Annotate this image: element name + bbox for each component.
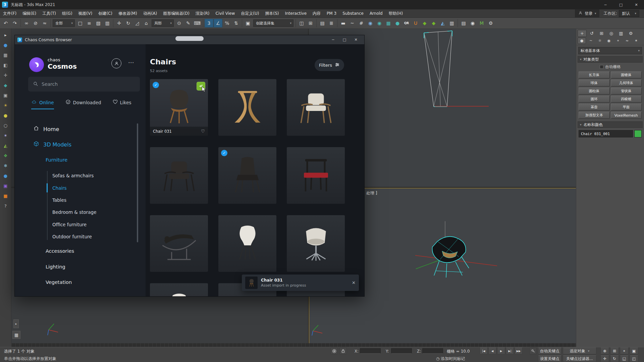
ring-icon[interactable]: ○: [2, 121, 10, 129]
filters-button[interactable]: Filters: [315, 59, 344, 71]
sidebar-item-office-furniture[interactable]: Office furniture: [52, 221, 87, 228]
select-scale-icon[interactable]: ◿: [133, 19, 142, 27]
star-icon[interactable]: ✶: [2, 131, 10, 139]
select-place-icon[interactable]: ⌂: [142, 19, 151, 27]
maxscript-icon[interactable]: M: [477, 19, 486, 27]
drag-handle[interactable]: [175, 36, 204, 41]
percent-snap-icon[interactable]: %: [223, 19, 231, 27]
sidebar-item-bedroom-storage[interactable]: Bedroom & storage: [52, 208, 96, 216]
primitive-button[interactable]: 球体: [579, 79, 610, 86]
menu-item[interactable]: 图形编辑器(D): [160, 9, 193, 17]
menu-item[interactable]: 组(G): [59, 9, 75, 17]
sphere-yellow-icon[interactable]: ●: [2, 111, 10, 119]
sidebar-item-tables[interactable]: Tables: [52, 196, 66, 204]
key-icon[interactable]: [529, 348, 537, 354]
zoom-icon[interactable]: ⊕: [600, 348, 609, 354]
named-selection-icon[interactable]: ▣: [244, 19, 252, 27]
selection-lock-icon[interactable]: [339, 348, 347, 354]
track-bar[interactable]: [11, 343, 576, 347]
minimize-button[interactable]: ─: [598, 0, 613, 9]
unlink-icon[interactable]: ⊘: [31, 19, 40, 27]
object-type-rollout[interactable]: ▾ 对象类型: [578, 56, 643, 63]
render-setup-icon[interactable]: ◉: [375, 19, 384, 27]
sidebar-item-outdoor-furniture[interactable]: Outdoor furniture: [52, 233, 92, 240]
object-color-swatch[interactable]: [634, 130, 642, 137]
primitive-button[interactable]: 圆锥体: [611, 71, 642, 78]
coord-field[interactable]: [391, 348, 412, 354]
maximize-viewport-icon[interactable]: ◰: [630, 355, 638, 362]
helpers-subtab[interactable]: ⌖: [614, 38, 622, 44]
menu-item[interactable]: 视图(V): [75, 9, 96, 17]
snow-icon[interactable]: ❄: [2, 162, 10, 170]
menu-item[interactable]: 渲染(R): [193, 9, 213, 17]
selection-filter-dropdown[interactable]: 全部▾: [53, 19, 75, 27]
heart-icon[interactable]: ♡: [201, 129, 205, 134]
redo-icon[interactable]: ↷: [10, 19, 19, 27]
geometry-subtab[interactable]: ●: [578, 38, 586, 44]
bind-spacewarp-icon[interactable]: ≈: [40, 19, 49, 27]
menu-item[interactable]: 帮助(H): [386, 9, 406, 17]
asset-tile[interactable]: [287, 147, 345, 204]
move-cross-icon[interactable]: ✛: [2, 71, 10, 79]
login-button[interactable]: 登录 ▾: [575, 9, 600, 17]
asset-tile[interactable]: [218, 79, 276, 136]
select-link-icon[interactable]: ∞: [22, 19, 31, 27]
primitive-button[interactable]: 四棱锥: [611, 96, 642, 103]
more-menu-icon[interactable]: ⋯: [128, 59, 135, 66]
create-tab[interactable]: +: [578, 30, 587, 37]
material-editor-icon[interactable]: ◉: [366, 19, 375, 27]
qr-render-icon[interactable]: QR: [402, 19, 411, 27]
next-frame-button[interactable]: ▶|: [506, 348, 514, 354]
coord-field[interactable]: [360, 348, 381, 354]
shapes-subtab[interactable]: ~: [587, 38, 595, 44]
rect-selection-icon[interactable]: ▧: [94, 19, 103, 27]
display-tab[interactable]: ▥: [616, 30, 626, 37]
menu-item[interactable]: 编辑(E): [19, 9, 39, 17]
menu-item[interactable]: Interactive: [282, 9, 310, 17]
sphere-blue2-icon[interactable]: ●: [2, 172, 10, 180]
align-icon[interactable]: ⊞: [306, 19, 315, 27]
hierarchy-tab[interactable]: ⊞: [597, 30, 606, 37]
sidebar-item-lighting[interactable]: Lighting: [46, 263, 65, 271]
motion-tab[interactable]: ◎: [607, 30, 616, 37]
image-grid-icon[interactable]: ▦: [2, 51, 10, 59]
window-crossing-icon[interactable]: ▥: [103, 19, 112, 27]
primitive-button[interactable]: 长方体: [579, 71, 610, 78]
angle-snap-icon[interactable]: ∠: [214, 19, 222, 27]
autogrid-checkbox[interactable]: [600, 65, 603, 69]
cube-purple-icon[interactable]: ▣: [2, 182, 10, 190]
layer-explorer-icon[interactable]: ≣: [327, 19, 336, 27]
rendered-frame-icon[interactable]: ▦: [384, 19, 393, 27]
asset-tile[interactable]: [150, 283, 208, 296]
toast-close-icon[interactable]: ✕: [352, 280, 356, 285]
cone-icon[interactable]: ◭: [2, 141, 10, 149]
key-filters-button[interactable]: 关键点过滤器...: [563, 355, 596, 362]
primitive-button[interactable]: 茶壶: [579, 104, 610, 111]
viewport-layout-tab-button[interactable]: ▦: [12, 331, 20, 339]
render-icon[interactable]: ●: [393, 19, 402, 27]
settings-icon[interactable]: ⚙: [486, 19, 495, 27]
account-icon[interactable]: [111, 58, 121, 68]
stats-icon[interactable]: ▥: [447, 19, 456, 27]
asset-tile[interactable]: [150, 215, 208, 272]
menu-item[interactable]: 修改器(M): [115, 9, 140, 17]
foliage-icon[interactable]: ❖: [2, 152, 10, 160]
asset-tile[interactable]: [287, 215, 345, 272]
cosmos-minimize-button[interactable]: ─: [327, 35, 339, 44]
coord-field[interactable]: [422, 348, 443, 354]
menu-item[interactable]: 内容: [310, 9, 324, 17]
lights-subtab[interactable]: ☼: [596, 38, 604, 44]
name-color-rollout[interactable]: ▾ 名称和颜色: [578, 121, 643, 128]
layout-expand-button[interactable]: ▸: [13, 319, 19, 328]
utilities-tab[interactable]: ⚙: [626, 30, 635, 37]
keyboard-override-icon[interactable]: ⌨: [193, 19, 202, 27]
arnold-icon[interactable]: ◭: [438, 19, 447, 27]
scene-explorer-icon[interactable]: ▤: [318, 19, 327, 27]
sidebar-item-chairs[interactable]: Chairs: [52, 184, 67, 192]
import-button[interactable]: [197, 82, 205, 90]
sidebar-scrollbar[interactable]: [137, 123, 138, 242]
close-button[interactable]: ✕: [629, 0, 644, 9]
sidebar-item-3d-models[interactable]: 3D Models: [33, 140, 71, 149]
asset-tile[interactable]: ✓: [218, 147, 276, 204]
tab-downloaded[interactable]: Downloaded: [65, 99, 101, 109]
